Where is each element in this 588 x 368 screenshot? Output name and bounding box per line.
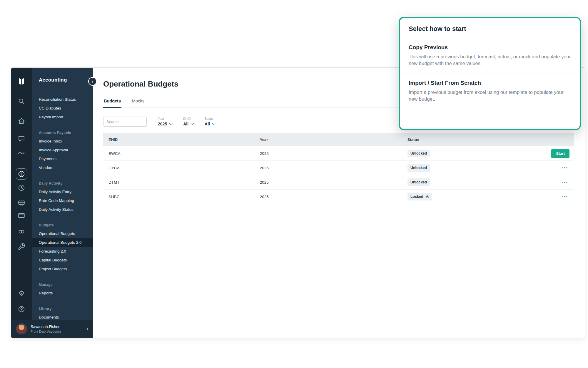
- sidebar-item-invoice-inbox[interactable]: Invoice Inbox: [32, 137, 93, 145]
- messages-icon[interactable]: [18, 135, 25, 142]
- table-row: DTMT 2025 Unlocked: [103, 175, 574, 190]
- option-title: Copy Previous: [409, 44, 571, 51]
- svg-text:$: $: [20, 172, 23, 176]
- status-badge: Unlocked: [407, 164, 430, 172]
- status-filter-value: All: [205, 122, 210, 126]
- panel-title: Select how to start: [400, 18, 580, 38]
- sidebar-section-accounts-payable: Accounts Payable: [32, 129, 93, 137]
- column-header-year: Year: [260, 137, 407, 142]
- sidebar-item-reconciliation-status[interactable]: Reconciliation Status: [32, 95, 93, 104]
- option-description: Import a previous budget from excel usin…: [409, 89, 571, 103]
- home-icon[interactable]: [18, 117, 25, 125]
- user-role: Front Desk Associate: [31, 330, 87, 333]
- cell-ehid: DTMT: [108, 180, 260, 185]
- sidebar-section-daily-activity: Daily Activity: [32, 180, 93, 187]
- sidebar-item-reports[interactable]: Reports: [32, 289, 93, 297]
- card-icon[interactable]: [18, 212, 25, 219]
- lock-icon: [425, 195, 429, 199]
- table-row: BWCA 2025 Unlocked Start: [103, 146, 574, 161]
- year-filter-value: 2025: [158, 122, 167, 126]
- option-description: This will use a previous budget, forecas…: [409, 53, 571, 67]
- option-import-start-from-scratch[interactable]: Import / Start From Scratch Import a pre…: [400, 74, 580, 109]
- user-avatar: [16, 323, 27, 334]
- sidebar-item-operational-budgets[interactable]: Operational Budgets: [32, 229, 93, 238]
- sidebar-item-operational-budgets-2[interactable]: Operational Budgets 2.0: [32, 238, 93, 247]
- cell-year: 2025: [260, 180, 407, 185]
- time-clock-icon[interactable]: [18, 184, 25, 192]
- sidebar-item-rate-code-mapping[interactable]: Rate Code Mapping: [32, 196, 93, 205]
- table-header: EHID Year Status: [103, 133, 574, 146]
- ehid-filter-label: EHID: [183, 117, 193, 120]
- table-row: SHBC 2025 Locked: [103, 190, 574, 204]
- sidebar-item-payments[interactable]: Payments: [32, 154, 93, 163]
- accounting-dollar-icon[interactable]: $: [16, 168, 27, 180]
- option-title: Import / Start From Scratch: [409, 80, 571, 86]
- tab-budgets[interactable]: Budgets: [103, 96, 121, 108]
- cell-ehid: CYCA: [108, 166, 260, 170]
- cell-ehid: SHBC: [108, 195, 260, 199]
- year-filter[interactable]: Year 2025: [158, 117, 172, 126]
- sidebar-item-cc-disputes[interactable]: CC Disputes: [32, 104, 93, 112]
- sidebar-item-daily-activity-entry[interactable]: Daily Activity Entry: [32, 187, 93, 196]
- search-icon[interactable]: [18, 97, 25, 105]
- sidebar-item-vendors[interactable]: Vendors: [32, 163, 93, 172]
- row-menu-button[interactable]: [562, 167, 574, 168]
- sidebar-item-project-budgets[interactable]: Project Budgets: [32, 264, 93, 273]
- user-footer[interactable]: Savannah.Fisher Front Desk Associate ›: [11, 320, 93, 338]
- cell-ehid: BWCA: [108, 151, 260, 156]
- budgets-table: EHID Year Status BWCA 2025 Unlocked Star…: [103, 133, 574, 204]
- cell-year: 2025: [260, 151, 407, 156]
- sidebar-item-capital-budgets[interactable]: Capital Budgets: [32, 256, 93, 264]
- start-button[interactable]: Start: [551, 149, 569, 158]
- settings-gear-icon[interactable]: ⚙: [19, 290, 25, 297]
- year-filter-label: Year: [158, 117, 172, 120]
- status-filter[interactable]: Status All: [205, 117, 215, 126]
- column-header-status: Status: [407, 137, 536, 142]
- column-header-ehid: EHID: [108, 137, 260, 142]
- sidebar-collapse-button[interactable]: ‹: [89, 78, 96, 85]
- search-box: [103, 117, 147, 127]
- sidebar-section-budgets: Budgets: [32, 221, 93, 229]
- chevron-down-icon: [191, 122, 194, 125]
- status-badge: Unlocked: [407, 150, 430, 157]
- chevron-down-icon: [169, 122, 172, 125]
- icon-rail: $ ⚙: [11, 68, 32, 338]
- cell-year: 2025: [260, 166, 407, 170]
- ehid-filter[interactable]: EHID All: [183, 117, 193, 126]
- app-logo-icon: [17, 77, 26, 86]
- sidebar-section-manage: Manage: [32, 281, 93, 289]
- user-meta: Savannah.Fisher Front Desk Associate: [31, 324, 87, 333]
- sidebar-title: Accounting: [32, 68, 93, 83]
- sidebar-item-forecasting-2[interactable]: Forecasting 2.0: [32, 247, 93, 256]
- search-input[interactable]: [103, 117, 147, 127]
- sidebar: Accounting Reconciliation Status CC Disp…: [32, 68, 93, 338]
- row-menu-button[interactable]: [562, 196, 574, 197]
- cell-year: 2025: [260, 195, 407, 199]
- select-start-panel: Select how to start Copy Previous This w…: [399, 17, 581, 130]
- sidebar-section-library: Library: [32, 305, 93, 313]
- collapse-chevron-icon: ‹: [92, 79, 93, 84]
- table-row: CYCA 2025 Unlocked: [103, 161, 574, 175]
- ehid-filter-value: All: [183, 122, 188, 126]
- sidebar-item-daily-activity-status[interactable]: Daily Activity Status: [32, 205, 93, 214]
- chevron-down-icon: [212, 122, 215, 125]
- sidebar-item-invoice-approval[interactable]: Invoice Approval: [32, 145, 93, 154]
- sidebar-item-payroll-import[interactable]: Payroll Import: [32, 112, 93, 121]
- links-icon[interactable]: [18, 228, 25, 236]
- sidebar-nav: Reconciliation Status CC Disputes Payrol…: [32, 95, 93, 321]
- help-icon[interactable]: [18, 305, 25, 313]
- tools-wrench-icon[interactable]: [18, 243, 25, 251]
- row-menu-button[interactable]: [562, 182, 574, 183]
- option-copy-previous[interactable]: Copy Previous This will use a previous b…: [400, 38, 580, 74]
- user-name: Savannah.Fisher: [31, 324, 87, 329]
- activity-icon[interactable]: [18, 149, 25, 157]
- status-badge: Unlocked: [407, 178, 430, 186]
- shuttle-icon[interactable]: [18, 199, 25, 207]
- tab-mocks[interactable]: Mocks: [131, 96, 145, 107]
- status-badge: Locked: [407, 193, 432, 200]
- status-filter-label: Status: [205, 117, 215, 120]
- user-chevron-icon[interactable]: ›: [87, 326, 88, 331]
